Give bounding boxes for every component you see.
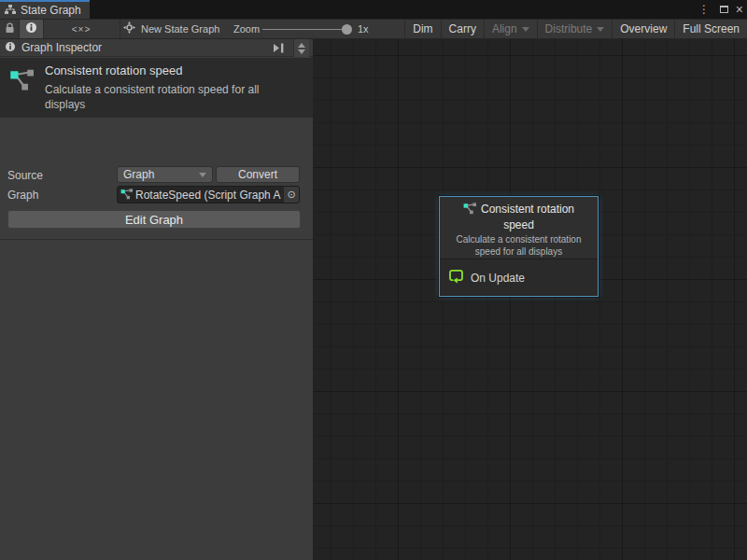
source-dropdown-value: Graph <box>123 168 199 181</box>
script-graph-icon <box>120 187 134 203</box>
distribute-label: Distribute <box>545 22 593 35</box>
inspector-scrubber[interactable] <box>293 39 309 57</box>
new-state-graph-label: New State Graph <box>141 23 219 35</box>
tab-bar: State Graph ⋮ × <box>0 0 747 19</box>
code-icon: <×> <box>72 24 92 35</box>
info-icon <box>5 39 16 56</box>
toolbar-separator <box>120 20 120 38</box>
graph-toolbar: <×> New State Graph Zoom 1x Dim Carry Al… <box>0 19 747 39</box>
info-icon <box>25 21 37 37</box>
arrow-up-icon[interactable] <box>298 43 305 48</box>
script-graph-icon <box>9 69 35 95</box>
inspector-toggle-button[interactable] <box>20 20 44 38</box>
graph-inspector-header: Graph Inspector <box>0 39 313 57</box>
lock-icon <box>5 21 15 37</box>
graph-summary-box: Consistent rotation speed Calculate a co… <box>0 58 313 118</box>
state-node-events[interactable]: On Update <box>440 259 598 296</box>
align-label: Align <box>492 22 517 35</box>
state-node[interactable]: Consistent rotation speed Calculate a co… <box>439 196 599 297</box>
panel-divider <box>0 239 313 240</box>
graph-inspector-panel: Graph Inspector Consistent rotation spee… <box>0 39 314 560</box>
state-graph-icon <box>5 2 16 19</box>
code-view-button[interactable]: <×> <box>56 20 106 38</box>
full-screen-label: Full Screen <box>683 22 740 35</box>
lock-button[interactable] <box>0 20 20 38</box>
new-state-graph-button[interactable]: New State Graph <box>123 20 228 38</box>
dock-icon <box>273 43 285 53</box>
window-maximize-icon[interactable] <box>720 0 728 19</box>
graph-inspector-title: Graph Inspector <box>21 41 102 54</box>
caret-down-icon <box>522 27 529 32</box>
caret-down-icon <box>597 27 604 32</box>
dim-label: Dim <box>413 22 432 35</box>
convert-button[interactable]: Convert <box>216 166 300 183</box>
window-menu-icon[interactable]: ⋮ <box>698 0 710 19</box>
distribute-button[interactable]: Distribute <box>537 20 613 38</box>
tab-title: State Graph <box>21 4 81 17</box>
on-update-label: On Update <box>471 272 525 285</box>
graph-description: Calculate a consistent rotation speed fo… <box>45 82 293 112</box>
full-screen-button[interactable]: Full Screen <box>674 20 747 38</box>
window-close-icon[interactable]: × <box>736 0 743 19</box>
state-node-title-text: Consistent rotation speed <box>481 203 574 231</box>
graph-field-label: Graph <box>7 189 38 202</box>
tab-state-graph[interactable]: State Graph <box>0 0 90 19</box>
state-node-header[interactable]: Consistent rotation speed Calculate a co… <box>440 197 598 259</box>
script-graph-icon <box>463 204 477 217</box>
edit-graph-button[interactable]: Edit Graph <box>7 210 301 229</box>
zoom-slider-handle[interactable] <box>342 24 352 35</box>
object-picker-icon[interactable]: ⊙ <box>284 187 299 203</box>
compass-icon <box>123 21 135 37</box>
overview-label: Overview <box>620 22 667 35</box>
on-update-icon <box>448 268 464 287</box>
carry-label: Carry <box>449 22 476 35</box>
graph-canvas[interactable]: Consistent rotation speed Calculate a co… <box>314 39 747 560</box>
caret-down-icon <box>199 173 206 177</box>
source-label: Source <box>7 169 43 182</box>
state-node-description: Calculate a consistent rotation speed fo… <box>448 233 590 258</box>
graph-object-field[interactable]: RotateSpeed (Script Graph A ⊙ <box>117 186 300 203</box>
zoom-label: Zoom <box>233 20 260 38</box>
arrow-down-icon[interactable] <box>298 49 305 54</box>
overview-button[interactable]: Overview <box>612 20 674 38</box>
source-dropdown[interactable]: Graph <box>117 166 213 183</box>
zoom-value: 1x <box>358 20 369 38</box>
zoom-slider-track[interactable] <box>262 29 351 30</box>
state-node-title: Consistent rotation speed <box>453 203 585 232</box>
dim-button[interactable]: Dim <box>404 20 440 38</box>
align-button[interactable]: Align <box>484 20 537 38</box>
carry-button[interactable]: Carry <box>441 20 484 38</box>
toolbar-right-group: Dim Carry Align Distribute Overview Full… <box>404 20 747 38</box>
graph-title: Consistent rotation speed <box>45 63 182 77</box>
graph-object-value: RotateSpeed (Script Graph A <box>135 189 284 202</box>
dock-panel-button[interactable] <box>270 41 287 55</box>
